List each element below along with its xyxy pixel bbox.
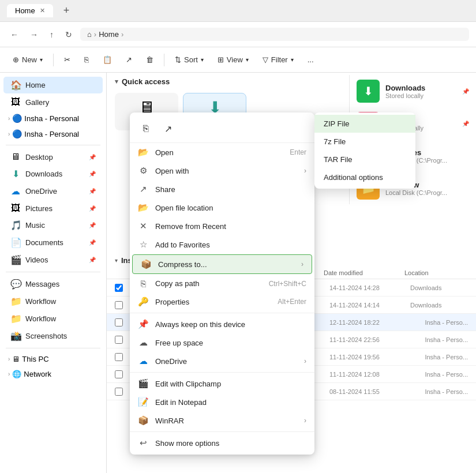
- ctx-icon-share[interactable]: ↗: [158, 118, 178, 139]
- ctx-winrar-arrow: ›: [304, 416, 306, 425]
- ctx-open[interactable]: 📂 Open Enter: [130, 143, 314, 162]
- row3-location: Insha - Perso...: [410, 336, 468, 343]
- up-btn[interactable]: ↑: [46, 28, 57, 42]
- network-arrow: ›: [8, 371, 10, 377]
- active-tab[interactable]: Home ✕: [7, 4, 53, 17]
- ctx-div2: [130, 372, 314, 373]
- context-menu-iconbar: ⎘ ↗: [130, 115, 314, 143]
- sidebar-item-network[interactable]: › 🌐 Network: [3, 367, 103, 381]
- sidebar-item-insha1[interactable]: › 🔵 Insha - Personal: [3, 111, 103, 126]
- sidebar-item-documents[interactable]: 📄 Documents 📌: [3, 234, 103, 251]
- sort-btn[interactable]: ⇅ Sort ▾: [169, 52, 209, 67]
- forward-btn[interactable]: →: [27, 28, 42, 42]
- ctx-fav-icon: ☆: [138, 239, 148, 250]
- row3-date: 11-11-2024 22:56: [329, 336, 404, 343]
- filter-btn[interactable]: ▽ Filter ▾: [257, 52, 299, 67]
- sidebar-item-desktop[interactable]: 🖥 Desktop 📌: [3, 149, 103, 165]
- copy-icon: ⎘: [84, 55, 89, 64]
- row4-check[interactable]: [115, 353, 123, 361]
- ctx-openwith-label: Open with: [155, 167, 189, 175]
- refresh-btn[interactable]: ↻: [62, 28, 76, 42]
- ctx-notepad-label: Edit in Notepad: [155, 398, 207, 407]
- address-path[interactable]: ⌂ › Home ›: [80, 28, 469, 41]
- paste-btn[interactable]: 📋: [97, 52, 118, 67]
- ctx-alwayskeep[interactable]: 📌 Always keep on this device: [130, 315, 314, 333]
- sidebar: 🏠 Home 🖼 Gallery › 🔵 Insha - Personal › …: [0, 73, 107, 473]
- screenshots-icon: 📸: [10, 331, 21, 341]
- row0-check[interactable]: [115, 284, 123, 292]
- sidebar-divider1: [6, 145, 100, 145]
- onedrive-icon: ☁: [10, 186, 21, 197]
- back-btn[interactable]: ←: [7, 28, 22, 42]
- submenu-tar[interactable]: TAR File: [314, 151, 415, 168]
- sidebar-item-gallery[interactable]: 🖼 Gallery: [3, 94, 103, 110]
- sidebar-item-screenshots[interactable]: 📸 Screenshots: [3, 328, 103, 344]
- ctx-od-icon: ☁: [138, 356, 148, 366]
- music-pin: 📌: [462, 121, 469, 127]
- row2-check[interactable]: [115, 318, 123, 326]
- insha1-icon: 🔵: [12, 114, 22, 123]
- view-btn[interactable]: ⊞ View ▾: [212, 52, 254, 67]
- ctx-removefromrecent[interactable]: ✕ Remove from Recent: [130, 217, 314, 235]
- ctx-addtofav[interactable]: ☆ Add to Favorites: [130, 235, 314, 254]
- ctx-compressto[interactable]: 📦 Compress to... ›: [132, 254, 312, 274]
- ctx-copyaspath[interactable]: ⎘ Copy as path Ctrl+Shift+C: [130, 275, 314, 292]
- ctx-freeupspace[interactable]: ☁ Free up space: [130, 333, 314, 352]
- sidebar-item-videos[interactable]: 🎬 Videos 📌: [3, 251, 103, 268]
- right-item-downloads[interactable]: ⬇ Downloads Stored locally 📌: [350, 75, 476, 107]
- row2-date: 12-11-2024 18:22: [329, 319, 404, 326]
- ctx-share-label: Share: [155, 185, 175, 194]
- desktop-icon: 🖥: [10, 152, 21, 162]
- ctx-notepad-icon: 📝: [138, 397, 148, 407]
- share-btn[interactable]: ↗: [120, 52, 138, 67]
- filter-dropdown-icon: ▾: [291, 57, 294, 63]
- sidebar-item-workflow2[interactable]: 📁 Workflow: [3, 310, 103, 327]
- pin-icon7: 📌: [89, 257, 96, 263]
- new-tab-btn[interactable]: +: [60, 3, 73, 18]
- tab-close-btn[interactable]: ✕: [40, 7, 45, 14]
- ctx-share[interactable]: ↗ Share: [130, 180, 314, 198]
- sidebar-item-downloads[interactable]: ⬇ Downloads 📌: [3, 166, 103, 182]
- ctx-openfileloc[interactable]: 📂 Open file location: [130, 198, 314, 217]
- ctx-winrar[interactable]: 📦 WinRAR ›: [130, 411, 314, 430]
- ctx-props-label: Properties: [155, 298, 189, 306]
- sidebar-item-onedrive[interactable]: ☁ OneDrive 📌: [3, 183, 103, 200]
- cut-btn[interactable]: ✂: [58, 52, 76, 67]
- insha2-icon: 🔵: [12, 129, 22, 138]
- row3-check[interactable]: [115, 336, 123, 344]
- delete-btn[interactable]: 🗑: [140, 52, 159, 67]
- delete-icon: 🗑: [146, 55, 153, 64]
- sidebar-item-music[interactable]: 🎵 Music 📌: [3, 217, 103, 234]
- submenu-zip[interactable]: ZIP File: [314, 115, 415, 133]
- sidebar-item-pictures[interactable]: 🖼 Pictures 📌: [3, 200, 103, 216]
- home-label: Home: [25, 81, 96, 89]
- documents-icon: 📄: [10, 237, 21, 248]
- more-btn[interactable]: ...: [302, 52, 320, 67]
- sidebar-item-workflow1[interactable]: 📁 Workflow: [3, 293, 103, 310]
- submenu-7z[interactable]: 7z File: [314, 133, 415, 151]
- ctx-properties[interactable]: 🔑 Properties Alt+Enter: [130, 292, 314, 311]
- sidebar-item-thispc[interactable]: › 🖥 This PC: [3, 352, 103, 366]
- ctx-showmore[interactable]: ↩ Show more options: [130, 434, 314, 452]
- submenu-additional[interactable]: Additional options: [314, 168, 415, 186]
- address-bar: ← → ↑ ↻ ⌂ › Home ›: [0, 22, 476, 47]
- sidebar-item-home[interactable]: 🏠 Home: [3, 77, 103, 93]
- sidebar-item-messages[interactable]: 💬 Messages: [3, 276, 103, 292]
- new-dropdown-icon: ▾: [40, 57, 43, 63]
- row1-check[interactable]: [115, 301, 123, 309]
- ctx-openwith[interactable]: ⚙ Open with ›: [130, 162, 314, 180]
- ctx-editclipchamp[interactable]: 🎬 Edit with Clipchamp: [130, 374, 314, 393]
- thispc-label: This PC: [22, 355, 48, 363]
- sidebar-item-insha2[interactable]: › 🔵 Insha - Personal: [3, 126, 103, 141]
- ctx-onedrive[interactable]: ☁ OneDrive ›: [130, 352, 314, 370]
- ctx-icon-copy[interactable]: ⎘: [136, 118, 156, 139]
- new-btn[interactable]: ⊕ New ▾: [7, 52, 48, 67]
- row6-check[interactable]: [115, 388, 123, 396]
- workflow2-icon: 📁: [10, 313, 21, 324]
- row0-location: Downloads: [410, 284, 468, 291]
- copy-btn[interactable]: ⎘: [78, 52, 95, 67]
- ctx-copypath-icon: ⎘: [138, 279, 148, 288]
- ctx-editnotepad[interactable]: 📝 Edit in Notepad: [130, 393, 314, 411]
- row2-location: Insha - Perso...: [410, 319, 468, 326]
- row5-check[interactable]: [115, 370, 123, 378]
